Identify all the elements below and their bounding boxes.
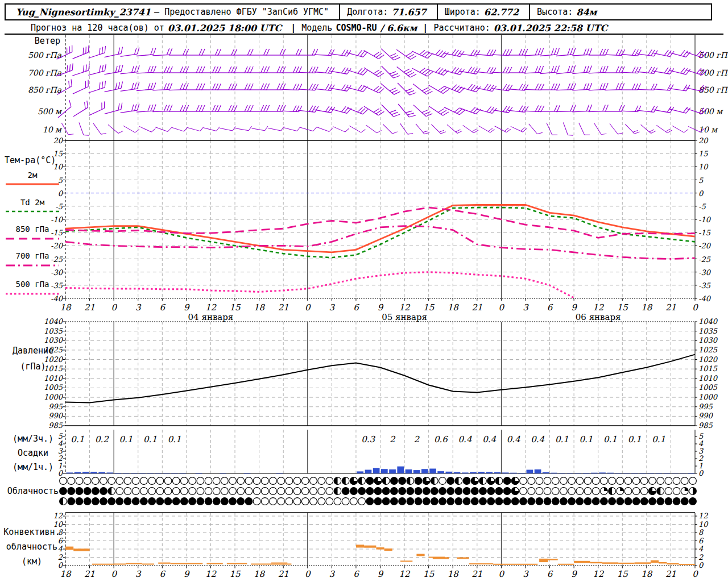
cloud-circle <box>164 488 172 495</box>
convective-bar <box>356 544 364 547</box>
precip-bar <box>75 472 81 473</box>
wind-barb <box>524 66 544 73</box>
cloudiness-section: Облачность <box>7 477 697 505</box>
convective-bar <box>171 563 203 564</box>
cloud-circle <box>358 498 366 505</box>
precip-bar <box>462 472 469 473</box>
svg-text:2м: 2м <box>28 171 38 180</box>
cloud-circle <box>197 477 204 485</box>
convective-bar <box>400 560 412 562</box>
cloud-circle <box>310 477 317 485</box>
cloud-circle <box>156 477 164 485</box>
svg-text:0: 0 <box>305 302 311 313</box>
convective-bar <box>206 563 222 564</box>
svg-text:12: 12 <box>53 512 63 520</box>
cloud-circle <box>301 498 309 505</box>
cloud-circle <box>431 488 438 495</box>
precip-bar <box>389 469 396 473</box>
svg-text:1020: 1020 <box>698 355 718 364</box>
wind-barb <box>103 47 124 57</box>
cloud-circle <box>318 477 325 485</box>
cloud-circle <box>624 488 632 495</box>
precip-bar <box>656 473 663 473</box>
cloud-circle <box>148 488 156 495</box>
cloud-circle <box>326 488 333 495</box>
convective-label: Конвективн. <box>3 527 60 537</box>
convective-bar <box>659 562 667 564</box>
convective-bar <box>227 563 247 564</box>
svg-text:0.6: 0.6 <box>434 434 448 444</box>
svg-text:18: 18 <box>641 302 653 313</box>
convective-bar <box>65 547 73 550</box>
cloud-circle <box>310 498 317 505</box>
wind-barb <box>119 48 140 57</box>
cloud-circle <box>100 498 107 505</box>
svg-text:0: 0 <box>58 561 64 569</box>
cloud-circle <box>84 477 91 485</box>
cloud-circle <box>391 498 398 505</box>
cloud-circle <box>665 488 672 495</box>
convective-section: 121210108866442200Конвективн.облачность(… <box>3 512 709 569</box>
cloud-circle <box>391 477 398 485</box>
svg-text:3: 3 <box>523 302 529 313</box>
svg-text:3: 3 <box>523 569 529 579</box>
cloud-circle <box>189 498 196 505</box>
svg-text:21: 21 <box>471 302 482 313</box>
cloud-circle <box>172 477 180 485</box>
precip-bar <box>566 473 573 473</box>
cloud-circle <box>221 477 228 485</box>
wind-barb <box>204 123 220 131</box>
precip-bar <box>406 469 412 473</box>
cloud-circle <box>399 488 406 495</box>
cloud-circle <box>172 498 180 505</box>
wind-barb <box>252 123 268 131</box>
svg-text:1035: 1035 <box>44 327 63 335</box>
cloud-circle <box>164 477 172 485</box>
cloud-circle <box>278 498 285 505</box>
cloud-circle <box>84 498 91 505</box>
svg-text:4: 4 <box>58 544 63 553</box>
wind-barb <box>463 121 478 134</box>
cloud-circle <box>617 477 624 485</box>
precip-bar <box>454 472 461 473</box>
wind-barb <box>476 103 497 114</box>
cloud-circle <box>576 498 584 505</box>
precip-bar <box>196 473 202 473</box>
cloud-circle <box>229 488 237 495</box>
cloud-circle <box>213 488 220 495</box>
wind-barb <box>314 66 334 74</box>
cloud-circle <box>495 498 503 505</box>
cloud-circle <box>116 488 123 495</box>
cloud-circle <box>407 488 414 495</box>
cloud-circle <box>689 477 697 485</box>
svg-text:8: 8 <box>698 528 704 537</box>
cloud-circle <box>479 488 487 495</box>
cloud-circle <box>528 488 535 495</box>
svg-text:-20: -20 <box>51 242 64 250</box>
cloud-circle <box>536 488 543 495</box>
svg-text:-20: -20 <box>698 242 712 250</box>
wind-barb <box>563 121 573 138</box>
cloud-circle <box>399 477 406 485</box>
svg-text:6: 6 <box>353 569 359 579</box>
cloud-circle <box>261 488 268 495</box>
cloud-circle <box>471 498 478 505</box>
svg-text:06 января: 06 января <box>576 312 621 322</box>
wind-section: Ветер500 гПа500 гПа700 гПа700 гПа850 гПа… <box>5 34 728 140</box>
svg-text:18: 18 <box>60 569 72 579</box>
convective-bar <box>457 558 469 559</box>
wind-barb <box>653 83 673 91</box>
svg-text:12: 12 <box>698 512 708 520</box>
cloud-circle <box>391 488 398 495</box>
svg-text:-5: -5 <box>698 202 706 211</box>
wind-barb <box>444 47 465 57</box>
wind-barb <box>71 64 92 76</box>
cloud-circle <box>415 488 422 495</box>
svg-text:-15: -15 <box>51 228 63 237</box>
cloud-circle <box>463 498 470 505</box>
svg-text:6: 6 <box>160 569 166 579</box>
wind-barb <box>492 103 512 113</box>
svg-text:0: 0 <box>58 189 64 198</box>
cloud-circle <box>270 498 277 505</box>
wind-barb <box>119 104 140 113</box>
